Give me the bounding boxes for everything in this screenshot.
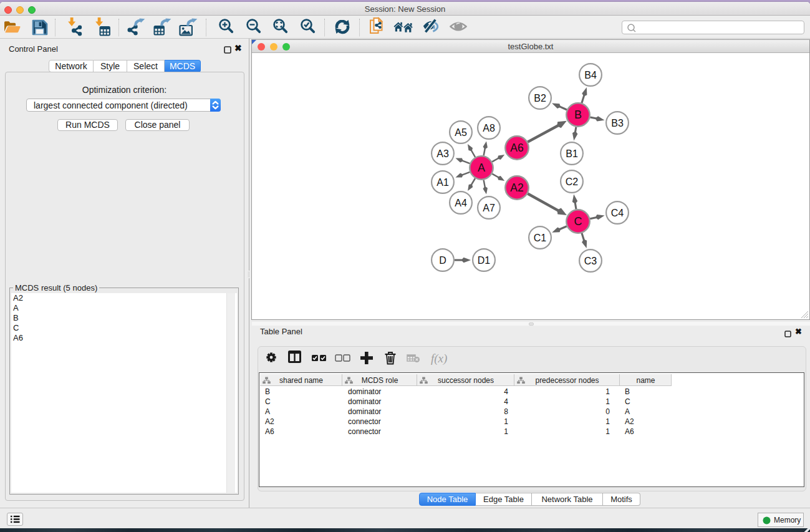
svg-text:A2: A2 [510,181,523,194]
svg-text:B4: B4 [584,70,597,80]
svg-text:C4: C4 [611,208,624,218]
svg-text:A3: A3 [436,148,449,159]
svg-text:C1: C1 [534,233,547,243]
svg-text:B3: B3 [611,118,624,128]
svg-text:A8: A8 [483,123,495,133]
svg-text:A: A [478,162,485,174]
svg-text:A7: A7 [483,203,495,213]
svg-text:B2: B2 [534,93,546,104]
svg-text:D: D [439,255,446,266]
svg-text:A6: A6 [510,142,523,154]
svg-text:B1: B1 [566,148,578,159]
svg-text:D1: D1 [478,255,491,266]
svg-text:C3: C3 [584,256,597,266]
svg-text:C2: C2 [566,177,579,187]
svg-text:A4: A4 [455,198,467,208]
svg-text:A1: A1 [436,177,449,188]
svg-text:B: B [574,109,582,121]
svg-text:C: C [574,215,582,228]
svg-text:A5: A5 [455,127,467,138]
